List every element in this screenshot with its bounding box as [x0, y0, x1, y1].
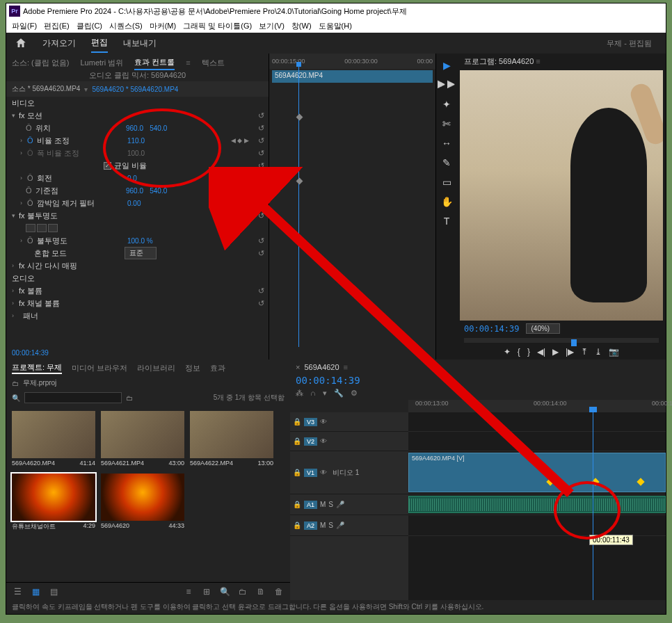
- timeline-body[interactable]: 🔒V3👁 🔒V2👁 🔒V1👁비디오 1 🔒A1MS🎤 🔒A2MS🎤 569A46…: [290, 412, 666, 600]
- timeline-playhead[interactable]: [593, 412, 593, 600]
- bin-item[interactable]: 569A4621.MP443:00: [101, 411, 184, 468]
- kf-nav[interactable]: ◀ ◆ ▶: [231, 137, 249, 144]
- lock-icon[interactable]: 🔒: [293, 501, 301, 508]
- zoom-dropdown[interactable]: (40%): [526, 323, 560, 334]
- timeline-timecode[interactable]: 00:00:14:39: [290, 375, 666, 386]
- position-y[interactable]: 540.0: [150, 124, 167, 132]
- menu-sequence[interactable]: 시퀀스(S): [106, 21, 145, 31]
- tab-lumetri[interactable]: Lumetri 범위: [81, 56, 124, 70]
- sequence-name[interactable]: 569A4620: [304, 363, 339, 371]
- mask-pen-icon[interactable]: [48, 224, 58, 232]
- position-x[interactable]: 960.0: [126, 124, 143, 132]
- bin-item[interactable]: 유튜브채널아트4:29: [12, 474, 95, 533]
- program-timecode[interactable]: 00:00:14:39: [464, 324, 519, 334]
- reset-icon[interactable]: ↺: [258, 286, 264, 296]
- menu-help[interactable]: 도움말(H): [316, 21, 355, 31]
- hand-tool-icon[interactable]: ✋: [440, 195, 453, 208]
- audio-clip[interactable]: [408, 496, 666, 513]
- effect-timeline[interactable]: 00:00:15:00 00:00:30:00 00:00 569A4620.M…: [269, 54, 436, 359]
- eye-icon[interactable]: 👁: [320, 437, 327, 445]
- track-lanes[interactable]: 569A4620.MP4 [V] 00:00:11:43: [408, 412, 666, 600]
- effect-timecode[interactable]: 00:00:14:39: [12, 349, 49, 357]
- track-v3-header[interactable]: 🔒V3👁: [290, 412, 408, 432]
- lock-icon[interactable]: 🔒: [293, 437, 301, 445]
- tab-effect-controls[interactable]: 효과 컨트롤: [134, 56, 175, 70]
- extract-icon[interactable]: ⤓: [595, 347, 602, 357]
- tab-source[interactable]: 소스: (클립 없음): [12, 56, 70, 70]
- eye-icon[interactable]: 👁: [320, 469, 327, 476]
- track-v1-header[interactable]: 🔒V1👁비디오 1: [290, 451, 408, 494]
- selection-tool-icon[interactable]: ▶: [440, 59, 453, 72]
- track-a2-lane[interactable]: [408, 515, 666, 536]
- reset-icon[interactable]: ↺: [258, 174, 264, 183]
- find-icon[interactable]: 🔍: [219, 586, 230, 597]
- menu-marker[interactable]: 마커(M): [147, 21, 179, 31]
- bin-icon[interactable]: 🗀: [12, 380, 19, 387]
- lock-icon[interactable]: 🔒: [293, 418, 301, 426]
- menu-clip[interactable]: 클립(C): [74, 21, 105, 31]
- reset-icon[interactable]: ↺: [258, 249, 264, 258]
- nav-edit[interactable]: 편집: [91, 34, 108, 53]
- timeline-ruler[interactable]: 00:00:13:00 00:00:14:00 00:00:15:00: [408, 400, 666, 412]
- mask-ellipse-icon[interactable]: [26, 224, 35, 232]
- fx-motion[interactable]: fx 모션: [19, 111, 109, 121]
- effect-timeline-ruler[interactable]: 00:00:15:00 00:00:30:00 00:00: [269, 54, 435, 69]
- delete-icon[interactable]: 🗑: [273, 586, 285, 597]
- mark-in-icon[interactable]: {: [518, 347, 520, 357]
- mute-icon[interactable]: M: [320, 501, 326, 508]
- add-marker-icon[interactable]: ✦: [504, 347, 511, 357]
- program-scrubber[interactable]: [464, 338, 659, 343]
- new-bin-icon[interactable]: 🗀: [237, 586, 248, 597]
- lock-icon[interactable]: 🔒: [293, 469, 301, 476]
- auto-seq-icon[interactable]: ⊞: [201, 586, 212, 597]
- track-v2-header[interactable]: 🔒V2👁: [290, 432, 408, 451]
- effect-playhead[interactable]: [298, 66, 299, 347]
- nav-import[interactable]: 가져오기: [42, 35, 76, 52]
- antiflicker-value[interactable]: 0.00: [127, 200, 141, 207]
- nav-export[interactable]: 내보내기: [123, 35, 157, 52]
- reset-icon[interactable]: ↺: [258, 161, 264, 170]
- reset-icon[interactable]: ↺: [258, 136, 264, 145]
- track-a2-header[interactable]: 🔒A2MS🎤: [290, 515, 408, 536]
- scale-value[interactable]: 110.0: [127, 137, 145, 145]
- video-clip[interactable]: 569A4620.MP4 [V]: [408, 453, 666, 492]
- reset-icon[interactable]: ↺: [258, 124, 264, 133]
- voice-icon[interactable]: 🎤: [336, 501, 344, 508]
- keyframe-diamond[interactable]: [296, 114, 303, 121]
- menu-graphics[interactable]: 그래픽 및 타이틀(G): [180, 21, 255, 31]
- mute-icon[interactable]: M: [320, 521, 326, 529]
- reset-icon[interactable]: ↺: [258, 149, 264, 158]
- tab-library[interactable]: 라이브러리: [137, 363, 175, 373]
- step-back-icon[interactable]: ◀|: [537, 347, 545, 357]
- tab-text[interactable]: 텍스트: [202, 56, 225, 70]
- rectangle-tool-icon[interactable]: ▭: [440, 176, 453, 188]
- bin-item[interactable]: 569A4622.MP413:00: [190, 411, 273, 468]
- keyframe-diamond[interactable]: [296, 178, 303, 185]
- reset-icon[interactable]: ↺: [258, 299, 264, 308]
- track-a1-lane[interactable]: [408, 494, 666, 515]
- step-forward-icon[interactable]: |▶: [566, 347, 574, 357]
- home-icon[interactable]: [15, 37, 27, 49]
- menu-file[interactable]: 파일(F): [9, 21, 40, 31]
- tab-effects[interactable]: 효과: [210, 363, 225, 373]
- opacity-value[interactable]: 100.0 %: [127, 237, 153, 245]
- export-frame-icon[interactable]: 📷: [609, 347, 619, 357]
- wrench-icon[interactable]: ⚙: [351, 389, 358, 398]
- uniform-checkbox[interactable]: ✓: [104, 162, 111, 170]
- mark-out-icon[interactable]: }: [527, 347, 530, 357]
- track-select-tool-icon[interactable]: ⯈⯈: [440, 79, 453, 91]
- settings-icon[interactable]: 🔧: [334, 389, 344, 398]
- rotation-value[interactable]: 0.0: [127, 175, 137, 182]
- bin-item[interactable]: 569A4620.MP441:14: [12, 411, 95, 468]
- solo-icon[interactable]: S: [328, 521, 333, 529]
- type-tool-icon[interactable]: T: [440, 215, 453, 227]
- reset-icon[interactable]: ↺: [258, 236, 264, 245]
- play-icon[interactable]: ▶: [552, 347, 559, 357]
- search-input[interactable]: [24, 392, 122, 403]
- voice-icon[interactable]: 🎤: [336, 521, 344, 529]
- track-v1-lane[interactable]: 569A4620.MP4 [V]: [408, 451, 666, 494]
- track-v3-lane[interactable]: [408, 412, 666, 432]
- reset-icon[interactable]: ↺: [258, 211, 264, 220]
- icon-view-icon[interactable]: ▦: [30, 586, 41, 597]
- linked-sel-icon[interactable]: ∩: [310, 389, 316, 397]
